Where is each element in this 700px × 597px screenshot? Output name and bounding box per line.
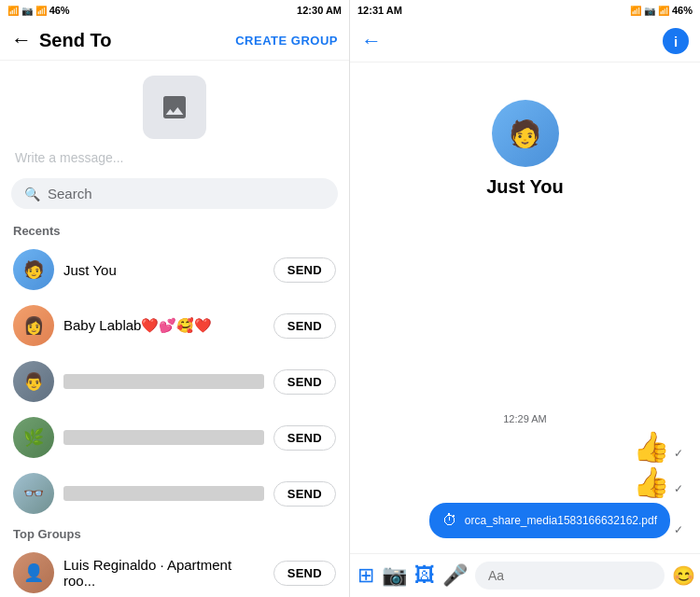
chat-avatar: 🧑	[492, 100, 559, 167]
image-preview-container	[0, 61, 349, 146]
contact-name-blurred	[63, 374, 264, 389]
avatar: 🧑	[13, 249, 54, 290]
list-item[interactable]: 👓 SEND	[0, 465, 349, 521]
send-button-baby[interactable]: SEND	[273, 313, 336, 339]
right-signal-icons: 📶 📷 📶 46%	[630, 5, 693, 16]
avatar: 🌿	[13, 417, 54, 458]
right-time: 12:31 AM	[357, 5, 402, 16]
check-icon-1: ✓	[674, 447, 683, 460]
send-button-4[interactable]: SEND	[273, 425, 336, 451]
contact-name: Just You	[63, 262, 264, 278]
send-button-luis[interactable]: SEND	[273, 561, 336, 586]
search-container: 🔍 Search	[0, 174, 349, 218]
send-button-just-you[interactable]: SEND	[273, 257, 336, 283]
contact-list: Recents 🧑 Just You SEND 👩 Baby Lablab❤️💕…	[0, 218, 349, 597]
send-button-3[interactable]: SEND	[273, 369, 336, 395]
list-item[interactable]: 👤 Luis Reginaldo · Apartment roo... SEND	[0, 545, 349, 597]
messages-area: 12:29 AM 👍 ✓ 👍 ✓ ⏱ orca_share_media15831…	[359, 216, 691, 544]
left-time: 12:30 AM	[297, 5, 342, 16]
thumbs-up-message-2: 👍	[633, 467, 670, 497]
chat-input[interactable]	[475, 562, 665, 590]
search-icon: 🔍	[24, 187, 40, 201]
check-icon-3: ✓	[674, 523, 683, 536]
send-button-5[interactable]: SEND	[273, 481, 336, 507]
list-item[interactable]: 🧑 Just You SEND	[0, 242, 349, 298]
avatar: 👨	[13, 361, 54, 402]
image-icon	[160, 92, 189, 122]
left-signal-icons: 📶 📷 📶 46%	[7, 5, 70, 16]
main-split: ← Send To CREATE GROUP Write a message..…	[0, 21, 700, 597]
avatar: 👩	[13, 305, 54, 346]
create-group-button[interactable]: CREATE GROUP	[235, 34, 338, 48]
right-header: ← i	[350, 21, 700, 62]
list-item[interactable]: 🌿 SEND	[0, 410, 349, 465]
message-row: 👍 ✓	[367, 432, 683, 462]
recents-label: Recents	[0, 218, 349, 242]
chat-input-bar: ⊞ 📷 🖼 🎤 😊 👍	[350, 553, 700, 597]
thumbs-up-message-1: 👍	[633, 432, 670, 462]
left-status-bar: 📶 📷 📶 46% 12:30 AM	[0, 0, 350, 21]
chat-contact-name: Just You	[486, 176, 564, 198]
left-header: ← Send To CREATE GROUP	[0, 21, 349, 61]
check-icon-2: ✓	[674, 482, 683, 495]
search-bar[interactable]: 🔍 Search	[11, 178, 338, 209]
photo-icon[interactable]: 🖼	[414, 563, 435, 588]
contact-name-blurred	[63, 430, 264, 445]
list-item[interactable]: 👨 SEND	[0, 354, 349, 410]
search-label: Search	[48, 186, 92, 201]
message-row: ⏱ orca_share_media1583166632162.pdf ✓	[367, 503, 683, 538]
left-panel: ← Send To CREATE GROUP Write a message..…	[0, 21, 350, 597]
contact-name: Luis Reginaldo · Apartment roo...	[63, 557, 264, 589]
right-status-bar: 12:31 AM 📶 📷 📶 46%	[350, 0, 700, 21]
chat-area: 🧑 Just You 12:29 AM 👍 ✓ 👍 ✓	[350, 62, 700, 553]
chat-profile: 🧑 Just You	[359, 72, 691, 216]
contact-name: Baby Lablab❤️💕🥰❤️	[63, 317, 264, 334]
chat-back-button[interactable]: ←	[361, 29, 663, 53]
top-groups-label: Top Groups	[0, 521, 349, 545]
mic-icon[interactable]: 🎤	[442, 563, 468, 588]
message-row: 👍 ✓	[367, 467, 683, 497]
write-message-placeholder: Write a message...	[0, 146, 349, 174]
avatar: 👤	[13, 552, 54, 593]
info-button[interactable]: i	[663, 28, 689, 54]
file-message[interactable]: ⏱ orca_share_media1583166632162.pdf	[429, 503, 670, 538]
avatar: 👓	[13, 473, 54, 514]
emoji-icon[interactable]: 😊	[672, 564, 695, 587]
file-name: orca_share_media1583166632162.pdf	[465, 514, 657, 527]
status-bar-container: 📶 📷 📶 46% 12:30 AM 12:31 AM 📶 📷 📶 46%	[0, 0, 700, 21]
grid-icon[interactable]: ⊞	[357, 563, 374, 588]
camera-icon[interactable]: 📷	[382, 563, 407, 588]
contact-name-blurred	[63, 486, 264, 501]
image-preview-box	[143, 76, 206, 139]
back-button[interactable]: ←	[11, 28, 32, 52]
right-panel: ← i 🧑 Just You 12:29 AM 👍 ✓ 👍	[350, 21, 700, 597]
list-item[interactable]: 👩 Baby Lablab❤️💕🥰❤️ SEND	[0, 298, 349, 354]
message-timestamp: 12:29 AM	[367, 413, 683, 424]
page-title: Send To	[39, 30, 235, 51]
file-icon: ⏱	[442, 512, 457, 529]
